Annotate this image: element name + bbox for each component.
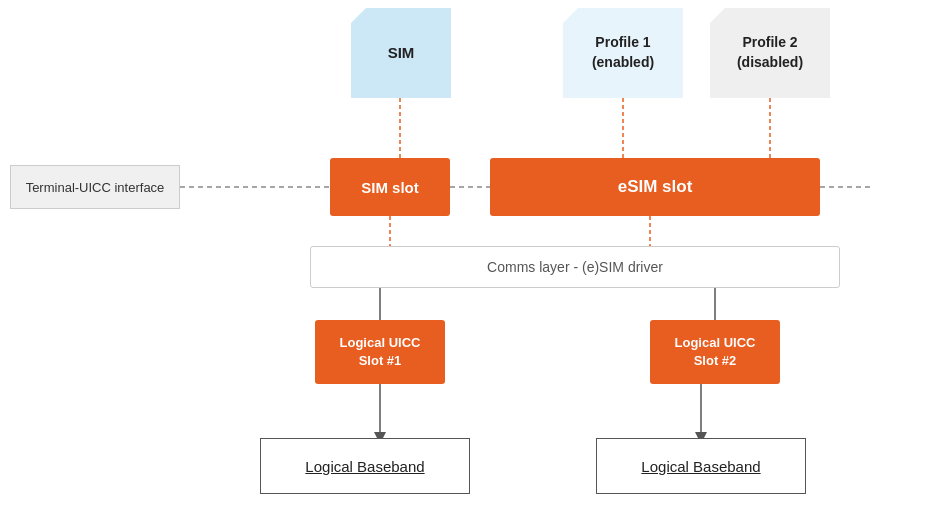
logical-uicc2-box: Logical UICCSlot #2: [650, 320, 780, 384]
logical-baseband1-label: Logical Baseband: [305, 458, 424, 475]
profile2-box: Profile 2(disabled): [710, 8, 830, 98]
profile2-label: Profile 2(disabled): [737, 33, 803, 72]
sim-card-box: SIM: [351, 8, 451, 98]
comms-layer-label: Comms layer - (e)SIM driver: [487, 259, 663, 275]
profile1-label: Profile 1(enabled): [592, 33, 654, 72]
sim-slot-box: SIM slot: [330, 158, 450, 216]
architecture-diagram: SIM Profile 1(enabled) Profile 2(disable…: [0, 0, 935, 519]
comms-layer-box: Comms layer - (e)SIM driver: [310, 246, 840, 288]
logical-uicc2-label: Logical UICCSlot #2: [675, 334, 756, 370]
esim-slot-label: eSIM slot: [618, 177, 693, 197]
sim-card-label: SIM: [388, 43, 415, 63]
terminal-uicc-box: Terminal-UICC interface: [10, 165, 180, 209]
logical-baseband2-box: Logical Baseband: [596, 438, 806, 494]
logical-uicc1-label: Logical UICCSlot #1: [340, 334, 421, 370]
logical-baseband1-box: Logical Baseband: [260, 438, 470, 494]
logical-uicc1-box: Logical UICCSlot #1: [315, 320, 445, 384]
logical-baseband2-label: Logical Baseband: [641, 458, 760, 475]
profile1-box: Profile 1(enabled): [563, 8, 683, 98]
sim-slot-label: SIM slot: [361, 179, 419, 196]
esim-slot-box: eSIM slot: [490, 158, 820, 216]
terminal-uicc-label: Terminal-UICC interface: [26, 180, 165, 195]
